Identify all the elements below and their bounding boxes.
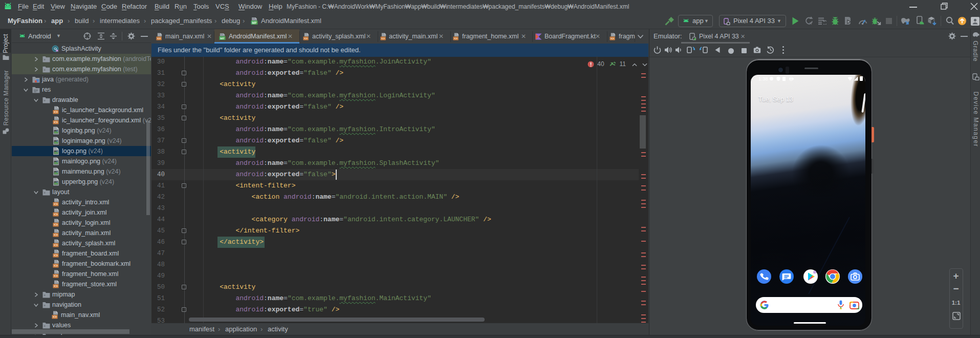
svg-text:<>: <> [54,111,58,114]
svg-text:<>: <> [54,254,58,258]
svg-text:<>: <> [157,37,161,40]
svg-text:<>: <> [54,121,58,124]
svg-text:<>: <> [54,264,58,268]
svg-text:<>: <> [53,315,57,319]
svg-text:<>: <> [54,285,58,288]
svg-text:<>: <> [304,37,308,40]
svg-text:<>: <> [454,37,458,40]
svg-text:<>: <> [54,274,58,278]
svg-text:<>: <> [611,37,615,40]
svg-text:<>: <> [54,203,58,206]
svg-text:<>: <> [54,234,58,237]
svg-text:MF: MF [252,21,256,25]
svg-text:A: A [809,21,812,26]
svg-text:MF: MF [220,36,225,40]
svg-text:<>: <> [54,223,58,227]
svg-text:<>: <> [54,213,58,217]
svg-text:<>: <> [381,37,385,40]
svg-text:<>: <> [54,244,58,247]
